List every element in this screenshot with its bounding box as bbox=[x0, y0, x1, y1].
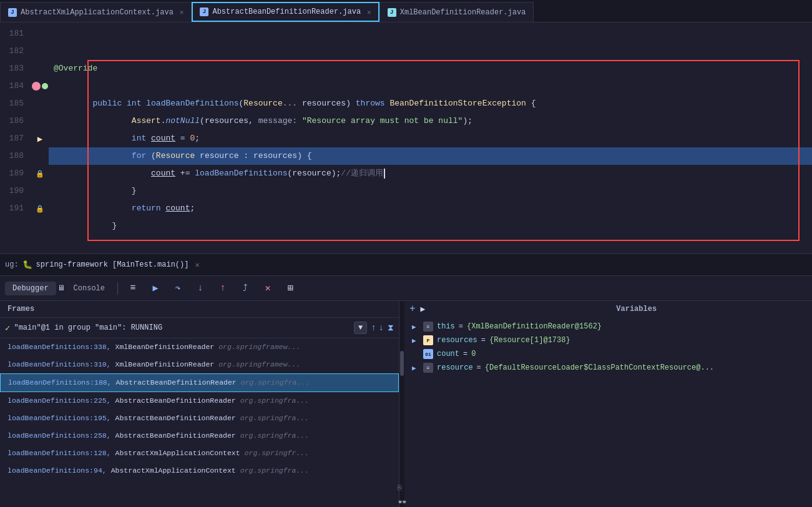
debug-session-label[interactable]: spring-framework [MainTest.main()] bbox=[36, 260, 189, 269]
expand-icon-this[interactable]: ▶ bbox=[412, 323, 419, 331]
gutter-row-184 bbox=[31, 77, 49, 95]
var-name-count: count bbox=[437, 350, 459, 358]
code-container: 181 182 183 184 185 186 187 188 189 190 … bbox=[0, 22, 812, 254]
frame-pkg-1: org.springframew... bbox=[218, 360, 300, 368]
stepover-icon: ↷ bbox=[175, 282, 181, 294]
tab-bar: J AbstractXmlApplicationContext.java ✕ J… bbox=[0, 0, 812, 22]
frame-pkg-0: org.springframew... bbox=[218, 343, 300, 351]
thread-arrows: ↑ ↓ bbox=[371, 323, 384, 333]
tab-label-1: AbstractXmlApplicationContext.java bbox=[21, 8, 174, 17]
tab-icon-3: J bbox=[388, 8, 396, 17]
debug-toolbar: Debugger 🖥 Console ≡ ▶ ↷ ↓ ↑ ⤴ ✕ ⊞ bbox=[0, 276, 812, 301]
toolbar-btn-stepout[interactable]: ↑ bbox=[213, 278, 233, 298]
frame-pkg-5: org.springfra... bbox=[240, 431, 309, 440]
frame-item-6[interactable]: loadBeanDefinitions:128, AbstractXmlAppl… bbox=[0, 445, 399, 462]
var-item-this[interactable]: ▶ ≡ this = {XmlBeanDefinitionReader@1562… bbox=[404, 320, 812, 333]
var-eq-this: = bbox=[459, 322, 463, 331]
toolbar-btn-stepinto[interactable]: ↓ bbox=[190, 278, 210, 298]
tab-close-1[interactable]: ✕ bbox=[180, 8, 184, 16]
frame-pkg-4: org.springfra... bbox=[240, 414, 309, 422]
expand-icon-resource[interactable]: ▶ bbox=[412, 364, 419, 372]
frame-item-0[interactable]: loadBeanDefinitions:338, XmlBeanDefiniti… bbox=[0, 338, 399, 356]
debug-panels: Frames ✓ "main"@1 in group "main": RUNNI… bbox=[0, 301, 812, 507]
toolbar-btn-grid[interactable]: ⊞ bbox=[280, 278, 300, 298]
tab-console[interactable]: Console bbox=[66, 282, 112, 295]
gutter-row-182 bbox=[31, 42, 49, 60]
frame-class-5: AbstractBeanDefinitionReader bbox=[115, 431, 240, 440]
breakpoint-icon[interactable] bbox=[32, 82, 41, 91]
frame-method-1: loadBeanDefinitions:310, bbox=[7, 360, 115, 368]
frames-scrollbar[interactable]: ⎘ 👓 bbox=[399, 301, 404, 507]
var-item-resources[interactable]: ▶ P resources = {Resource[1]@1738} bbox=[404, 333, 812, 347]
tab-abstractxml[interactable]: J AbstractXmlApplicationContext.java ✕ bbox=[0, 2, 192, 22]
debug-session-close[interactable]: ✕ bbox=[195, 260, 199, 270]
toolbar-btn-runcursor[interactable]: ⤴ bbox=[235, 278, 255, 298]
expand-icon-resources[interactable]: ▶ bbox=[412, 337, 419, 345]
gutter-row-181 bbox=[31, 25, 49, 42]
frame-method-5: loadBeanDefinitions:258, bbox=[7, 431, 115, 440]
var-val-resources: {Resource[1]@1738} bbox=[489, 336, 570, 345]
var-item-count[interactable]: 01 count = 0 bbox=[404, 347, 812, 361]
gutter-row-189: 🔒 bbox=[31, 165, 49, 182]
frame-class-7: AbstractXmlApplicationContext bbox=[111, 466, 240, 475]
toolbar-btn-resume[interactable]: ▶ bbox=[145, 278, 165, 298]
frame-method-0: loadBeanDefinitions:338, bbox=[7, 343, 115, 351]
thread-dropdown[interactable]: ▼ bbox=[354, 322, 367, 334]
tab-abstractbean[interactable]: J AbstractBeanDefinitionReader.java ✕ bbox=[192, 2, 379, 22]
thread-check-icon: ✓ bbox=[5, 323, 10, 333]
var-name-resources: resources bbox=[437, 336, 477, 345]
frame-class-0: XmlBeanDefinitionReader bbox=[115, 343, 219, 351]
toolbar-tabs: Debugger 🖥 Console bbox=[5, 282, 112, 295]
line-numbers: 181 182 183 184 185 186 187 188 189 190 … bbox=[0, 22, 31, 254]
code-line-182 bbox=[49, 42, 812, 60]
frame-pkg-6: org.springfr... bbox=[245, 449, 310, 457]
frame-class-1: XmlBeanDefinitionReader bbox=[115, 360, 219, 368]
gutter-row-187: ▶ bbox=[31, 130, 49, 147]
frame-method-3: loadBeanDefinitions:225, bbox=[7, 396, 115, 405]
frame-method-7: loadBeanDefinitions:94, bbox=[7, 466, 111, 475]
gutter-row-188 bbox=[31, 147, 49, 165]
frames-icon: ≡ bbox=[130, 283, 136, 293]
code-line-190: return count; bbox=[49, 182, 812, 200]
frame-item-5[interactable]: loadBeanDefinitions:258, AbstractBeanDef… bbox=[0, 427, 399, 445]
variables-panel: + ▶ Variables ▶ ≡ this = {XmlBeanDefinit… bbox=[404, 301, 812, 507]
filter-icon[interactable]: ⧗ bbox=[388, 323, 394, 333]
frame-item-3[interactable]: loadBeanDefinitions:225, AbstractBeanDef… bbox=[0, 392, 399, 410]
frame-pkg-3: org.springfra... bbox=[240, 396, 309, 405]
runcursor-icon: ⤴ bbox=[243, 283, 248, 294]
frame-method-4: loadBeanDefinitions:195, bbox=[7, 414, 115, 422]
stepinto-icon: ↓ bbox=[198, 283, 203, 293]
stepout-icon: ↑ bbox=[220, 283, 226, 293]
debug-label: ug: bbox=[5, 260, 19, 269]
thread-down-arrow[interactable]: ↓ bbox=[379, 323, 384, 333]
console-icon: 🖥 bbox=[57, 283, 65, 293]
code-line-183: @Override bbox=[49, 60, 812, 77]
stop-icon: ✕ bbox=[265, 282, 271, 294]
debug-session-icon: 🐛 bbox=[22, 260, 32, 270]
toolbar-btn-stop[interactable]: ✕ bbox=[258, 278, 278, 298]
frame-item-1[interactable]: loadBeanDefinitions:310, XmlBeanDefiniti… bbox=[0, 356, 399, 373]
frame-item-2[interactable]: loadBeanDefinitions:188, AbstractBeanDef… bbox=[0, 373, 399, 392]
resources-type-icon: P bbox=[423, 335, 433, 345]
frame-pkg-2: org.springfra... bbox=[241, 378, 310, 386]
toolbar-btn-frames[interactable]: ≡ bbox=[123, 278, 143, 298]
frame-pkg-7: org.springfra... bbox=[240, 466, 309, 475]
add-variable-btn[interactable]: + bbox=[404, 301, 421, 317]
var-eq-count: = bbox=[463, 350, 467, 358]
frame-class-3: AbstractBeanDefinitionReader bbox=[115, 396, 240, 405]
frame-class-2: AbstractBeanDefinitionReader bbox=[116, 378, 241, 386]
var-item-resource[interactable]: ▶ ≡ resource = {DefaultResourceLoader$Cl… bbox=[404, 361, 812, 375]
toolbar-btn-stepover[interactable]: ↷ bbox=[168, 278, 188, 298]
thread-selector[interactable]: ✓ "main"@1 in group "main": RUNNING ▼ ↑ … bbox=[0, 318, 399, 338]
toolbar-separator-1 bbox=[117, 282, 118, 295]
tab-xmlbean[interactable]: J XmlBeanDefinitionReader.java bbox=[379, 2, 534, 22]
frames-scrollbar-thumb[interactable] bbox=[400, 351, 404, 376]
frame-method-2: loadBeanDefinitions:188, bbox=[8, 378, 116, 386]
frame-item-7[interactable]: loadBeanDefinitions:94, AbstractXmlAppli… bbox=[0, 462, 399, 480]
tab-debugger[interactable]: Debugger bbox=[5, 282, 56, 295]
frame-item-4[interactable]: loadBeanDefinitions:195, AbstractBeanDef… bbox=[0, 410, 399, 427]
tab-close-2[interactable]: ✕ bbox=[367, 8, 371, 16]
thread-up-arrow[interactable]: ↑ bbox=[371, 323, 376, 333]
grid-icon: ⊞ bbox=[288, 282, 293, 294]
var-val-resource: {DefaultResourceLoader$ClassPathContextR… bbox=[485, 363, 714, 372]
